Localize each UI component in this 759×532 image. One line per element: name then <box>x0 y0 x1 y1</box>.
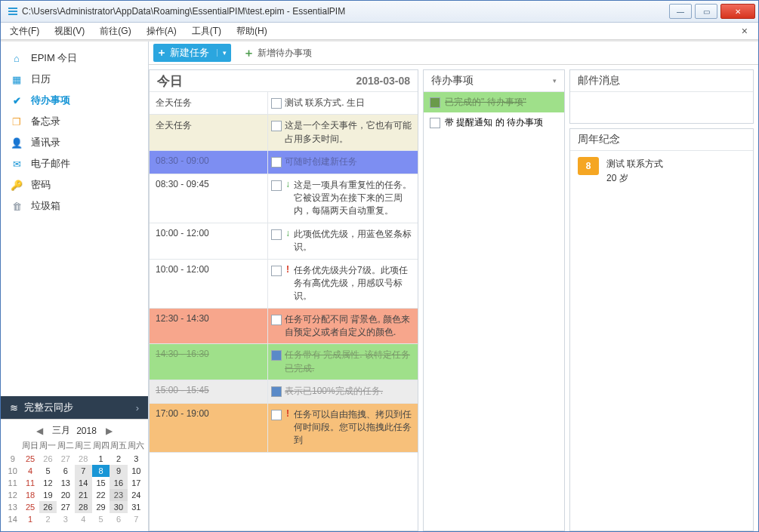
calendar-day[interactable]: 15 <box>92 477 110 489</box>
calendar-day[interactable]: 28 <box>75 453 92 465</box>
nav-mail[interactable]: ✉电子邮件 <box>1 153 148 174</box>
calendar-day[interactable]: 8 <box>92 465 110 477</box>
new-task-button[interactable]: ＋ 新建任务 ▾ <box>153 44 231 62</box>
checkbox[interactable] <box>430 97 440 108</box>
calendar-day[interactable]: 13 <box>57 477 74 489</box>
calendar-day[interactable]: 18 <box>21 489 39 501</box>
today-row[interactable]: 全天任务测试 联系方式. 生日 <box>150 92 418 115</box>
menu-action[interactable]: 操作(A) <box>142 23 181 39</box>
maximize-button[interactable]: ▭ <box>695 4 717 19</box>
dropdown-icon[interactable]: ▾ <box>217 49 231 57</box>
today-row[interactable]: 15:00 - 15:45表示已100%完成的任务. <box>150 380 418 403</box>
todo-item[interactable]: 带 提醒通知 的 待办事项 <box>424 112 564 133</box>
menu-tools[interactable]: 工具(T) <box>187 23 226 39</box>
calendar-day[interactable]: 1 <box>21 513 39 525</box>
nav-todo[interactable]: ✔待办事项 <box>1 90 148 111</box>
calendar-day[interactable]: 30 <box>110 501 127 513</box>
menu-file[interactable]: 文件(F) <box>5 23 44 39</box>
body: ⌂EPIM 今日 ▦日历 ✔待办事项 ❐备忘录 👤通讯录 ✉电子邮件 🔑密码 🗑… <box>1 40 758 531</box>
checkbox[interactable] <box>271 157 282 168</box>
today-content: ↓此项低优先级，用蓝色竖条标识。 <box>268 223 418 259</box>
calendar-day[interactable]: 25 <box>21 501 39 513</box>
menubar-close-icon[interactable]: × <box>737 23 752 38</box>
calendar-day[interactable]: 4 <box>21 465 39 477</box>
nav-notes[interactable]: ❐备忘录 <box>1 111 148 132</box>
menu-view[interactable]: 视图(V) <box>50 23 89 39</box>
dropdown-icon[interactable]: ▾ <box>553 77 557 85</box>
todo-item[interactable]: 已完成的" 待办事项" <box>424 92 564 112</box>
calendar-day[interactable]: 31 <box>128 501 145 513</box>
nav-contacts[interactable]: 👤通讯录 <box>1 132 148 153</box>
nav-passwords[interactable]: 🔑密码 <box>1 174 148 195</box>
dow-label: 周六 <box>128 438 145 453</box>
calendar-day[interactable]: 25 <box>21 453 39 465</box>
calendar-day[interactable]: 6 <box>110 513 127 525</box>
checkbox[interactable] <box>271 410 282 420</box>
today-row[interactable]: 10:00 - 12:00↓此项低优先级，用蓝色竖条标识。 <box>150 223 418 260</box>
checkbox[interactable] <box>271 229 282 240</box>
nav-epim-today[interactable]: ⌂EPIM 今日 <box>1 48 148 69</box>
todo-list: 已完成的" 待办事项"带 提醒通知 的 待办事项 <box>424 92 564 530</box>
calendar-day[interactable]: 10 <box>128 465 145 477</box>
prev-month-button[interactable]: ◀ <box>33 426 46 436</box>
calendar-day[interactable]: 23 <box>110 489 127 501</box>
calendar-day[interactable]: 3 <box>128 453 145 465</box>
calendar-day[interactable]: 27 <box>57 453 74 465</box>
calendar-day[interactable]: 7 <box>128 513 145 525</box>
calendar-day[interactable]: 12 <box>39 477 57 489</box>
checkbox[interactable] <box>271 350 282 361</box>
calendar-day[interactable]: 6 <box>57 465 74 477</box>
new-todo-button[interactable]: ＋ 新增待办事项 <box>239 44 316 62</box>
next-month-button[interactable]: ▶ <box>103 426 116 436</box>
checkbox[interactable] <box>271 121 282 131</box>
checkbox[interactable] <box>271 180 282 191</box>
calendar-day[interactable]: 1 <box>92 453 110 465</box>
calendar-day[interactable]: 19 <box>39 489 57 501</box>
calendar-day[interactable]: 20 <box>57 489 74 501</box>
calendar-day[interactable]: 4 <box>75 513 92 525</box>
calendar-day[interactable]: 2 <box>39 513 57 525</box>
today-row[interactable]: 12:30 - 14:30任务可分配不同 背景色, 颜色来自预定义或者自定义的颜… <box>150 309 418 345</box>
today-row[interactable]: 10:00 - 12:00!任务优先级共分7级。此项任务有高优先级，用感叹号标识… <box>150 260 418 309</box>
calendar-day[interactable]: 17 <box>128 477 145 489</box>
today-row[interactable]: 14:30 - 16:30任务带有 完成属性. 该特定任务已完成. <box>150 344 418 380</box>
menu-goto[interactable]: 前往(G) <box>95 23 135 39</box>
cloud-sync-bar[interactable]: ≋ 完整云同步 › <box>1 396 148 419</box>
calendar-day[interactable]: 26 <box>39 501 57 513</box>
minimize-button[interactable]: — <box>669 4 692 19</box>
calendar-day[interactable]: 9 <box>110 465 127 477</box>
calendar-day[interactable]: 27 <box>57 501 74 513</box>
nav-label: 垃圾箱 <box>31 199 60 213</box>
calendar-day[interactable]: 16 <box>110 477 127 489</box>
calendar-day[interactable]: 21 <box>75 489 92 501</box>
calendar-badge-icon: 8 <box>578 157 599 175</box>
calendar-day[interactable]: 2 <box>110 453 127 465</box>
checkbox[interactable] <box>430 118 440 128</box>
calendar-day[interactable]: 28 <box>75 501 92 513</box>
today-row[interactable]: 17:00 - 19:00!任务可以自由拖拽、拷贝到任何时间段。您可以拖拽此任务… <box>150 404 418 453</box>
calendar-day[interactable]: 5 <box>39 465 57 477</box>
calendar-day[interactable]: 29 <box>92 501 110 513</box>
checkbox[interactable] <box>271 315 282 325</box>
today-row[interactable]: 08:30 - 09:45↓这是一项具有重复性的任务。它被设置为在接下来的三周内… <box>150 174 418 223</box>
trash-icon: 🗑 <box>10 199 23 213</box>
today-row[interactable]: 08:30 - 09:00可随时创建新任务 <box>150 151 418 174</box>
checkbox[interactable] <box>271 266 282 276</box>
calendar-day[interactable]: 26 <box>39 453 57 465</box>
checkbox[interactable] <box>271 386 282 397</box>
calendar-day[interactable]: 5 <box>92 513 110 525</box>
calendar-day[interactable]: 14 <box>75 477 92 489</box>
menu-help[interactable]: 帮助(H) <box>232 23 272 39</box>
close-button[interactable]: ✕ <box>720 4 755 19</box>
calendar-day[interactable]: 3 <box>57 513 74 525</box>
nav-calendar[interactable]: ▦日历 <box>1 69 148 90</box>
calendar-day[interactable]: 22 <box>92 489 110 501</box>
today-row[interactable]: 全天任务这是一个全天事件，它也有可能占用多天时间。 <box>150 115 418 151</box>
nav-label: 待办事项 <box>31 94 70 107</box>
today-text: 这是一个全天事件，它也有可能占用多天时间。 <box>285 119 413 146</box>
nav-trash[interactable]: 🗑垃圾箱 <box>1 195 148 217</box>
checkbox[interactable] <box>271 98 282 109</box>
calendar-day[interactable]: 11 <box>21 477 39 489</box>
calendar-day[interactable]: 7 <box>75 465 92 477</box>
calendar-day[interactable]: 24 <box>128 489 145 501</box>
